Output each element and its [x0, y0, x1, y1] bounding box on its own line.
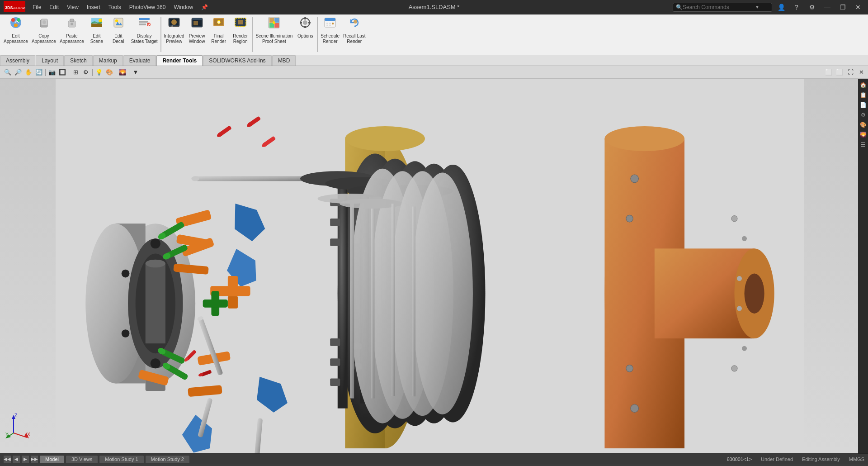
- tab-render-tools[interactable]: Render Tools: [156, 55, 203, 66]
- status-text: Under Defined: [761, 456, 793, 462]
- restore-button[interactable]: ❐: [836, 3, 849, 12]
- tab-mbd[interactable]: MBD: [272, 55, 296, 66]
- ribbon-recall-last-render[interactable]: Recall LastRender: [341, 14, 367, 55]
- ribbon-paste-appearance[interactable]: PasteAppearance: [58, 14, 86, 55]
- nav-last-button[interactable]: ▶▶: [31, 456, 38, 463]
- view-orient-button[interactable]: 📷: [47, 67, 57, 77]
- view-toolbar: 🔍 🔎 ✋ 🔄 📷 🔲 ⊞ ⚙ 💡 🎨 🌄 ▼: [2, 67, 142, 78]
- 3d-model-canvas[interactable]: Z X Y: [0, 79, 860, 453]
- svg-rect-100: [330, 358, 340, 366]
- panel-close-button[interactable]: ✕: [856, 67, 866, 77]
- more-views-button[interactable]: ▼: [131, 67, 141, 77]
- pan-button[interactable]: ✋: [24, 67, 33, 77]
- section-view-button[interactable]: ⊞: [71, 67, 80, 77]
- recall-last-render-label: Recall LastRender: [343, 33, 365, 44]
- nav-first-button[interactable]: ◀◀: [4, 456, 11, 463]
- search-input[interactable]: [683, 4, 755, 10]
- menu-edit[interactable]: Edit: [46, 2, 62, 12]
- close-button[interactable]: ✕: [852, 3, 864, 12]
- tab-markup[interactable]: Markup: [93, 55, 123, 66]
- edit-scene-icon: [90, 15, 104, 33]
- svg-point-139: [122, 329, 130, 338]
- menu-tools[interactable]: Tools: [105, 2, 125, 12]
- ribbon-edit-appearance[interactable]: EditAppearance: [2, 14, 30, 55]
- sidebar-display-button[interactable]: 🎨: [859, 120, 868, 129]
- app-title: Assem1.SLDASM *: [409, 4, 460, 10]
- bottom-tab-3dviews[interactable]: 3D Views: [66, 456, 98, 463]
- svg-rect-45: [304, 26, 306, 28]
- svg-rect-54: [329, 25, 331, 26]
- svg-point-84: [345, 126, 425, 151]
- tab-solidworks-addins[interactable]: SOLIDWORKS Add-Ins: [203, 55, 271, 66]
- tab-layout[interactable]: Layout: [36, 55, 64, 66]
- menu-pin[interactable]: 📌: [198, 2, 212, 12]
- scene-button[interactable]: 🌄: [118, 67, 127, 77]
- ribbon-copy-appearance[interactable]: CopyAppearance: [30, 14, 58, 55]
- ribbon-schedule-render[interactable]: ScheduleRender: [319, 14, 341, 55]
- ribbon-preview-window[interactable]: PreviewWindow: [186, 14, 208, 55]
- zoom-fit-button[interactable]: 🔍: [3, 67, 13, 77]
- ribbon-scene-illumination[interactable]: Scene IlluminationProof Sheet: [254, 14, 295, 55]
- display-style-button[interactable]: 🔲: [57, 67, 67, 77]
- bottom-tab-motion1[interactable]: Motion Study 1: [99, 456, 143, 463]
- recall-last-render-icon: [347, 15, 362, 33]
- panel-toggle-1[interactable]: ⬜: [824, 67, 834, 77]
- svg-rect-16: [114, 18, 123, 27]
- svg-rect-50: [326, 23, 328, 24]
- svg-point-75: [626, 365, 633, 372]
- menu-file[interactable]: File: [29, 2, 45, 12]
- svg-rect-98: [330, 238, 340, 246]
- ribbon: EditAppearance CopyAppearance PasteAppea…: [0, 14, 868, 55]
- copy-appearance-label: CopyAppearance: [32, 33, 56, 44]
- svg-rect-53: [326, 25, 328, 26]
- sidebar-property-button[interactable]: 📄: [859, 100, 868, 109]
- help-button[interactable]: ?: [790, 3, 803, 12]
- svg-rect-35: [238, 20, 243, 24]
- svg-rect-51: [329, 23, 331, 24]
- appearance-button[interactable]: 🎨: [104, 67, 114, 77]
- sidebar-scenes-button[interactable]: 🌄: [859, 130, 868, 139]
- svg-rect-49: [325, 18, 335, 21]
- edit-scene-label: EditScene: [90, 33, 103, 44]
- ribbon-render-region[interactable]: RenderRegion: [230, 14, 251, 55]
- ribbon-edit-decal[interactable]: EditDecal: [108, 14, 129, 55]
- user-button[interactable]: 👤: [775, 3, 788, 12]
- svg-point-74: [626, 215, 633, 222]
- menu-window[interactable]: Window: [170, 2, 197, 12]
- minimize-button[interactable]: —: [821, 3, 834, 12]
- rotate-button[interactable]: 🔄: [34, 67, 44, 77]
- viewport: Z X Y 🏠 📋 📄 ⚙ 🎨 🌄 ☰: [0, 79, 868, 453]
- render-region-icon: [233, 15, 248, 33]
- svg-point-4: [11, 18, 15, 22]
- menu-insert[interactable]: Insert: [83, 2, 104, 12]
- ribbon-options[interactable]: Options: [294, 14, 316, 55]
- menu-photoview[interactable]: PhotoView 360: [126, 2, 170, 12]
- nav-prev-button[interactable]: ◀: [13, 456, 20, 463]
- sidebar-feature-tree-button[interactable]: 📋: [859, 90, 868, 100]
- ribbon-edit-scene[interactable]: EditScene: [86, 14, 108, 55]
- bottom-tab-model[interactable]: Model: [40, 456, 64, 463]
- zoom-button[interactable]: 🔎: [13, 67, 23, 77]
- nav-next-button[interactable]: ▶: [22, 456, 29, 463]
- svg-rect-128: [412, 207, 415, 397]
- ribbon-display-states[interactable]: DisplayStates Target: [129, 14, 160, 55]
- search-box[interactable]: 🔍 ▼: [673, 3, 772, 12]
- settings-button[interactable]: ⚙: [806, 3, 818, 12]
- tab-sketch[interactable]: Sketch: [64, 55, 93, 66]
- search-dropdown-icon: ▼: [755, 5, 760, 10]
- bottom-tab-motion2[interactable]: Motion Study 2: [146, 456, 189, 463]
- menu-view[interactable]: View: [63, 2, 82, 12]
- sidebar-home-button[interactable]: 🏠: [859, 81, 868, 90]
- view-settings-button[interactable]: ⚙: [81, 67, 91, 77]
- lighting-button[interactable]: 💡: [94, 67, 104, 77]
- ribbon-integrated-preview[interactable]: IntegratedPreview: [162, 14, 186, 55]
- panel-toggle-2[interactable]: ⬜: [835, 67, 844, 77]
- fullscreen-button[interactable]: ⛶: [845, 67, 855, 77]
- tab-assembly[interactable]: Assembly: [0, 55, 35, 66]
- copy-appearance-icon: [37, 15, 51, 33]
- sidebar-config-button[interactable]: ⚙: [859, 110, 868, 119]
- tab-evaluate[interactable]: Evaluate: [123, 55, 156, 66]
- svg-rect-46: [300, 22, 302, 24]
- sidebar-list-button[interactable]: ☰: [859, 140, 868, 149]
- ribbon-final-render[interactable]: FinalRender: [208, 14, 230, 55]
